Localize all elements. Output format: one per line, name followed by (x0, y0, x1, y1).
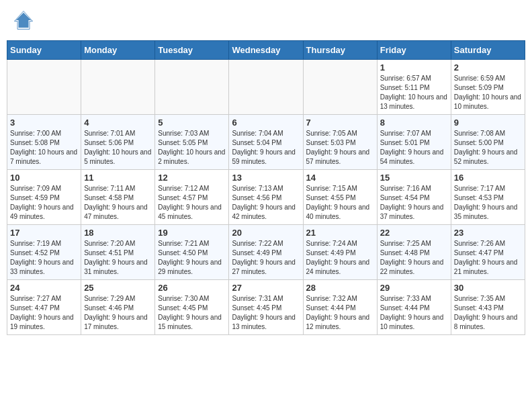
calendar-cell: 12Sunrise: 7:12 AM Sunset: 4:57 PM Dayli… (155, 170, 229, 225)
calendar-cell (155, 60, 229, 115)
day-info: Sunrise: 7:00 AM Sunset: 5:08 PM Dayligh… (10, 129, 78, 167)
calendar-cell: 6Sunrise: 7:04 AM Sunset: 5:04 PM Daylig… (229, 115, 303, 170)
calendar-cell: 16Sunrise: 7:17 AM Sunset: 4:53 PM Dayli… (451, 170, 525, 225)
day-info: Sunrise: 7:27 AM Sunset: 4:47 PM Dayligh… (10, 294, 78, 332)
day-info: Sunrise: 7:25 AM Sunset: 4:48 PM Dayligh… (380, 239, 448, 277)
day-number: 13 (232, 173, 300, 183)
calendar-cell: 20Sunrise: 7:22 AM Sunset: 4:49 PM Dayli… (229, 225, 303, 280)
calendar-cell: 28Sunrise: 7:32 AM Sunset: 4:44 PM Dayli… (303, 280, 377, 335)
day-number: 9 (454, 118, 522, 128)
day-number: 11 (84, 173, 152, 183)
day-number: 25 (84, 283, 152, 293)
day-info: Sunrise: 7:05 AM Sunset: 5:03 PM Dayligh… (306, 129, 374, 167)
day-number: 28 (306, 283, 374, 293)
day-info: Sunrise: 7:17 AM Sunset: 4:53 PM Dayligh… (454, 184, 522, 222)
calendar-cell: 23Sunrise: 7:26 AM Sunset: 4:47 PM Dayli… (451, 225, 525, 280)
day-info: Sunrise: 7:24 AM Sunset: 4:49 PM Dayligh… (306, 239, 374, 277)
svg-marker-0 (16, 13, 32, 28)
day-info: Sunrise: 7:11 AM Sunset: 4:58 PM Dayligh… (84, 184, 152, 222)
day-number: 18 (84, 228, 152, 238)
calendar-table: SundayMondayTuesdayWednesdayThursdayFrid… (7, 40, 525, 335)
column-header-saturday: Saturday (451, 41, 525, 60)
day-info: Sunrise: 7:20 AM Sunset: 4:51 PM Dayligh… (84, 239, 152, 277)
calendar-cell: 13Sunrise: 7:13 AM Sunset: 4:56 PM Dayli… (229, 170, 303, 225)
calendar-cell: 1Sunrise: 6:57 AM Sunset: 5:11 PM Daylig… (377, 60, 451, 115)
day-number: 30 (454, 283, 522, 293)
day-info: Sunrise: 7:03 AM Sunset: 5:05 PM Dayligh… (158, 129, 226, 167)
calendar-cell: 8Sunrise: 7:07 AM Sunset: 5:01 PM Daylig… (377, 115, 451, 170)
calendar-cell: 11Sunrise: 7:11 AM Sunset: 4:58 PM Dayli… (81, 170, 155, 225)
day-number: 21 (306, 228, 374, 238)
calendar-cell: 30Sunrise: 7:35 AM Sunset: 4:43 PM Dayli… (451, 280, 525, 335)
column-header-wednesday: Wednesday (229, 41, 303, 60)
day-number: 14 (306, 173, 374, 183)
day-info: Sunrise: 7:31 AM Sunset: 4:45 PM Dayligh… (232, 294, 300, 332)
day-info: Sunrise: 7:07 AM Sunset: 5:01 PM Dayligh… (380, 129, 448, 167)
day-number: 5 (158, 118, 226, 128)
day-number: 1 (380, 62, 448, 73)
day-info: Sunrise: 6:59 AM Sunset: 5:09 PM Dayligh… (454, 74, 522, 111)
day-info: Sunrise: 7:08 AM Sunset: 5:00 PM Dayligh… (454, 129, 522, 167)
day-number: 20 (232, 228, 300, 238)
calendar-cell: 10Sunrise: 7:09 AM Sunset: 4:59 PM Dayli… (7, 170, 81, 225)
day-info: Sunrise: 7:35 AM Sunset: 4:43 PM Dayligh… (454, 294, 522, 332)
column-header-thursday: Thursday (303, 41, 377, 60)
day-info: Sunrise: 7:09 AM Sunset: 4:59 PM Dayligh… (10, 184, 78, 222)
calendar-cell (7, 60, 81, 115)
calendar-cell: 5Sunrise: 7:03 AM Sunset: 5:05 PM Daylig… (155, 115, 229, 170)
logo-icon (13, 10, 34, 30)
calendar-header: SundayMondayTuesdayWednesdayThursdayFrid… (7, 41, 525, 60)
calendar-cell: 26Sunrise: 7:30 AM Sunset: 4:45 PM Dayli… (155, 280, 229, 335)
calendar-cell: 21Sunrise: 7:24 AM Sunset: 4:49 PM Dayli… (303, 225, 377, 280)
day-number: 26 (158, 283, 226, 293)
column-header-friday: Friday (377, 41, 451, 60)
day-info: Sunrise: 7:32 AM Sunset: 4:44 PM Dayligh… (306, 294, 374, 332)
calendar-cell (229, 60, 303, 115)
day-number: 7 (306, 118, 374, 128)
day-number: 29 (380, 283, 448, 293)
day-info: Sunrise: 7:15 AM Sunset: 4:55 PM Dayligh… (306, 184, 374, 222)
calendar-cell: 29Sunrise: 7:33 AM Sunset: 4:44 PM Dayli… (377, 280, 451, 335)
day-number: 6 (232, 118, 300, 128)
day-number: 23 (454, 228, 522, 238)
calendar-cell: 4Sunrise: 7:01 AM Sunset: 5:06 PM Daylig… (81, 115, 155, 170)
page-header (7, 7, 525, 34)
day-number: 12 (158, 173, 226, 183)
day-info: Sunrise: 7:01 AM Sunset: 5:06 PM Dayligh… (84, 129, 152, 167)
day-info: Sunrise: 7:29 AM Sunset: 4:46 PM Dayligh… (84, 294, 152, 332)
logo (13, 10, 37, 30)
day-number: 27 (232, 283, 300, 293)
calendar-cell: 25Sunrise: 7:29 AM Sunset: 4:46 PM Dayli… (81, 280, 155, 335)
column-header-monday: Monday (81, 41, 155, 60)
calendar-cell: 9Sunrise: 7:08 AM Sunset: 5:00 PM Daylig… (451, 115, 525, 170)
calendar-cell: 3Sunrise: 7:00 AM Sunset: 5:08 PM Daylig… (7, 115, 81, 170)
calendar-cell: 18Sunrise: 7:20 AM Sunset: 4:51 PM Dayli… (81, 225, 155, 280)
column-header-tuesday: Tuesday (155, 41, 229, 60)
day-info: Sunrise: 7:13 AM Sunset: 4:56 PM Dayligh… (232, 184, 300, 222)
day-number: 24 (10, 283, 78, 293)
calendar-cell (81, 60, 155, 115)
calendar-cell: 24Sunrise: 7:27 AM Sunset: 4:47 PM Dayli… (7, 280, 81, 335)
column-header-sunday: Sunday (7, 41, 81, 60)
calendar-cell: 19Sunrise: 7:21 AM Sunset: 4:50 PM Dayli… (155, 225, 229, 280)
day-number: 17 (10, 228, 78, 238)
day-number: 19 (158, 228, 226, 238)
day-number: 10 (10, 173, 78, 183)
day-info: Sunrise: 7:19 AM Sunset: 4:52 PM Dayligh… (10, 239, 78, 277)
day-number: 22 (380, 228, 448, 238)
day-info: Sunrise: 7:16 AM Sunset: 4:54 PM Dayligh… (380, 184, 448, 222)
day-number: 8 (380, 118, 448, 128)
day-number: 4 (84, 118, 152, 128)
day-info: Sunrise: 7:21 AM Sunset: 4:50 PM Dayligh… (158, 239, 226, 277)
calendar-cell: 22Sunrise: 7:25 AM Sunset: 4:48 PM Dayli… (377, 225, 451, 280)
day-info: Sunrise: 6:57 AM Sunset: 5:11 PM Dayligh… (380, 74, 448, 111)
day-info: Sunrise: 7:33 AM Sunset: 4:44 PM Dayligh… (380, 294, 448, 332)
day-info: Sunrise: 7:30 AM Sunset: 4:45 PM Dayligh… (158, 294, 226, 332)
calendar-cell: 27Sunrise: 7:31 AM Sunset: 4:45 PM Dayli… (229, 280, 303, 335)
calendar-cell: 14Sunrise: 7:15 AM Sunset: 4:55 PM Dayli… (303, 170, 377, 225)
calendar-cell: 17Sunrise: 7:19 AM Sunset: 4:52 PM Dayli… (7, 225, 81, 280)
day-info: Sunrise: 7:26 AM Sunset: 4:47 PM Dayligh… (454, 239, 522, 277)
day-info: Sunrise: 7:12 AM Sunset: 4:57 PM Dayligh… (158, 184, 226, 222)
calendar-cell: 7Sunrise: 7:05 AM Sunset: 5:03 PM Daylig… (303, 115, 377, 170)
calendar-cell (303, 60, 377, 115)
